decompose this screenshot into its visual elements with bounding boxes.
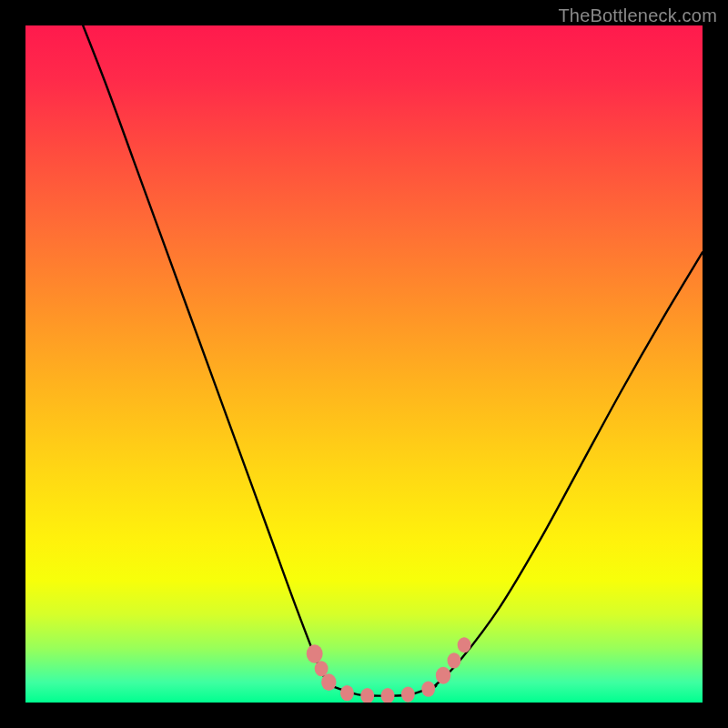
curve-marker bbox=[360, 688, 374, 703]
curve-marker bbox=[448, 652, 461, 668]
bottleneck-curve bbox=[83, 25, 703, 696]
curve-markers bbox=[307, 637, 471, 703]
chart-plot-area bbox=[25, 25, 703, 703]
curve-marker bbox=[340, 685, 354, 701]
curve-marker bbox=[436, 667, 450, 684]
chart-svg bbox=[25, 25, 703, 703]
curve-marker bbox=[401, 687, 415, 703]
chart-frame: TheBottleneck.com bbox=[0, 0, 728, 728]
curve-marker bbox=[315, 661, 329, 676]
curve-marker bbox=[458, 637, 471, 652]
watermark-text: TheBottleneck.com bbox=[558, 5, 717, 26]
curve-marker bbox=[421, 682, 435, 697]
curve-marker bbox=[321, 673, 336, 691]
curve-marker bbox=[381, 688, 395, 703]
curve-marker bbox=[307, 644, 323, 663]
